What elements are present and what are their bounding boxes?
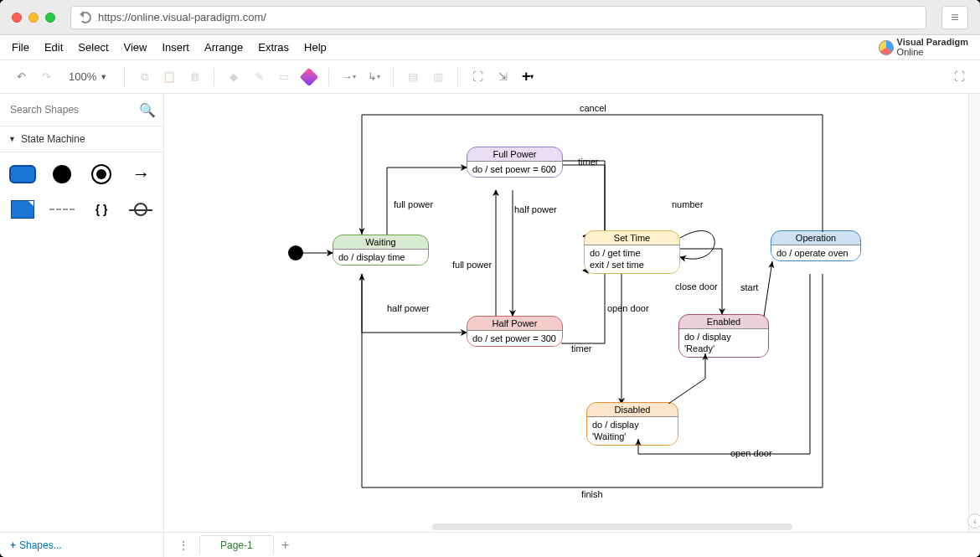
search-input[interactable] — [7, 99, 139, 121]
menu-select[interactable]: Select — [78, 41, 108, 54]
browser-menu-button[interactable]: ≡ — [941, 6, 968, 29]
state-title: Waiting — [333, 235, 428, 250]
shape-dashed-line[interactable] — [46, 196, 77, 223]
shape-search: 🔍 ⋮ — [0, 94, 163, 126]
expand-format-panel-button[interactable]: ‹ — [967, 513, 980, 529]
state-enabled[interactable]: Enabled do / display 'Ready' — [678, 314, 769, 358]
state-operation[interactable]: Operation do / operate oven — [771, 230, 861, 261]
label-number: number — [672, 199, 703, 209]
label-half-power-2: half power — [387, 303, 430, 313]
close-window-button[interactable] — [12, 13, 22, 23]
search-icon[interactable]: 🔍 — [139, 102, 156, 118]
state-body: do / display time — [333, 250, 428, 265]
menu-help[interactable]: Help — [304, 41, 327, 54]
fill-color-button[interactable]: ◆ — [224, 68, 243, 86]
label-open-door-2: open door — [730, 448, 772, 458]
format-painter-button[interactable] — [300, 68, 318, 86]
diagram-canvas[interactable]: Waiting do / display time Full Power do … — [164, 94, 968, 532]
more-shapes-button[interactable]: + Shapes... — [0, 533, 164, 557]
label-timer-1: timer — [578, 157, 598, 167]
url-text: https://online.visual-paradigm.com/ — [98, 11, 266, 23]
brand-logo-icon — [879, 40, 894, 55]
menu-arrange[interactable]: Arrange — [204, 41, 243, 54]
minimize-window-button[interactable] — [28, 13, 39, 23]
plus-icon: + — [10, 539, 16, 551]
shadow-button[interactable]: ▭ — [275, 68, 293, 86]
menu-file[interactable]: File — [12, 41, 29, 54]
shape-initial-state[interactable] — [46, 161, 77, 188]
page-tabs: ⋮ Page-1 + — [164, 533, 980, 557]
fit-selection-button[interactable]: ⇲ — [493, 68, 512, 86]
url-bar[interactable]: https://online.visual-paradigm.com/ — [70, 6, 926, 29]
copy-button[interactable]: ⧉ — [135, 68, 153, 86]
state-disabled[interactable]: Disabled do / display 'Waiting' — [586, 402, 678, 446]
connection-style-button[interactable]: →▾ — [339, 68, 358, 86]
label-full-power-1: full power — [394, 199, 433, 209]
line-color-button[interactable]: ✎ — [250, 68, 268, 86]
state-body: do / get time exit / set time — [585, 245, 679, 273]
browser-titlebar: https://online.visual-paradigm.com/ ≡ — [0, 0, 980, 35]
format-painter-icon — [300, 67, 319, 86]
state-full-power[interactable]: Full Power do / set poewr = 600 — [467, 147, 563, 178]
menu-insert[interactable]: Insert — [162, 41, 189, 54]
brand-logo: Visual Paradigm Online — [879, 38, 968, 57]
shape-final-state[interactable] — [86, 161, 117, 188]
state-set-time[interactable]: Set Time do / get time exit / set time — [584, 230, 680, 274]
zoom-dropdown[interactable]: 100% ▼ — [69, 70, 107, 83]
fit-page-button[interactable]: ⛶ — [468, 68, 487, 86]
horizontal-scrollbar[interactable] — [432, 523, 792, 530]
app-menubar: File Edit Select View Insert Arrange Ext… — [0, 35, 980, 60]
state-title: Set Time — [585, 231, 679, 245]
pages-menu-icon[interactable]: ⋮ — [171, 539, 196, 552]
redo-button[interactable]: ↷ — [37, 68, 55, 86]
to-back-button[interactable]: ▥ — [429, 68, 447, 86]
paste-button[interactable]: 📋 — [160, 68, 178, 86]
menu-view[interactable]: View — [124, 41, 147, 54]
brand-name: Visual Paradigm — [897, 38, 968, 48]
window-controls — [12, 13, 55, 23]
tab-page-1[interactable]: Page-1 — [199, 535, 274, 554]
state-waiting[interactable]: Waiting do / display time — [333, 235, 429, 266]
initial-state[interactable] — [288, 245, 303, 260]
shape-state[interactable] — [7, 161, 38, 188]
app-toolbar: ↶ ↷ 100% ▼ ⧉ 📋 🗑 ◆ ✎ ▭ →▾ ↳▾ ▤ ▥ ⛶ ⇲ +▾ … — [0, 60, 980, 94]
tab-label: Page-1 — [220, 539, 253, 551]
state-title: Disabled — [587, 403, 678, 417]
label-cancel: cancel — [580, 103, 606, 113]
brand-subname: Online — [897, 48, 968, 58]
state-title: Enabled — [679, 315, 768, 329]
waypoint-style-button[interactable]: ↳▾ — [364, 68, 383, 86]
to-front-button[interactable]: ▤ — [404, 68, 422, 86]
delete-button[interactable]: 🗑 — [185, 68, 204, 86]
maximize-window-button[interactable] — [45, 13, 55, 23]
state-half-power[interactable]: Half Power do / set power = 300 — [467, 316, 563, 347]
state-body: do / set power = 300 — [467, 331, 562, 346]
state-body: do / set poewr = 600 — [467, 162, 562, 177]
undo-button[interactable]: ↶ — [12, 68, 30, 86]
menu-edit[interactable]: Edit — [44, 41, 63, 54]
shapes-label: Shapes... — [19, 539, 62, 551]
label-start: start — [740, 282, 758, 292]
zoom-value: 100% — [69, 70, 96, 83]
chevron-down-icon: ▼ — [8, 135, 16, 143]
shape-note[interactable] — [7, 196, 38, 223]
menu-extras[interactable]: Extras — [258, 41, 289, 54]
shape-choice[interactable] — [126, 196, 157, 223]
state-title: Full Power — [467, 147, 562, 162]
add-page-button[interactable]: + — [277, 537, 294, 554]
shapes-sidebar: 🔍 ⋮ ▼ State Machine → { } — [0, 94, 164, 532]
reload-icon[interactable] — [80, 12, 91, 23]
label-open-door-1: open door — [607, 303, 649, 313]
label-close-door: close door — [675, 281, 718, 291]
label-timer-2: timer — [571, 343, 591, 353]
bottom-bar: + Shapes... ⋮ Page-1 + — [0, 532, 980, 557]
shape-region[interactable]: { } — [86, 196, 117, 223]
state-title: Operation — [771, 231, 860, 245]
chevron-down-icon: ▼ — [100, 73, 107, 81]
section-state-machine[interactable]: ▼ State Machine — [0, 126, 163, 152]
insert-button[interactable]: +▾ — [518, 68, 537, 86]
shape-transition[interactable]: → — [126, 161, 157, 188]
label-half-power-1: half power — [514, 204, 557, 214]
fullscreen-button[interactable]: ⛶ — [950, 68, 968, 86]
label-finish: finish — [581, 489, 603, 499]
